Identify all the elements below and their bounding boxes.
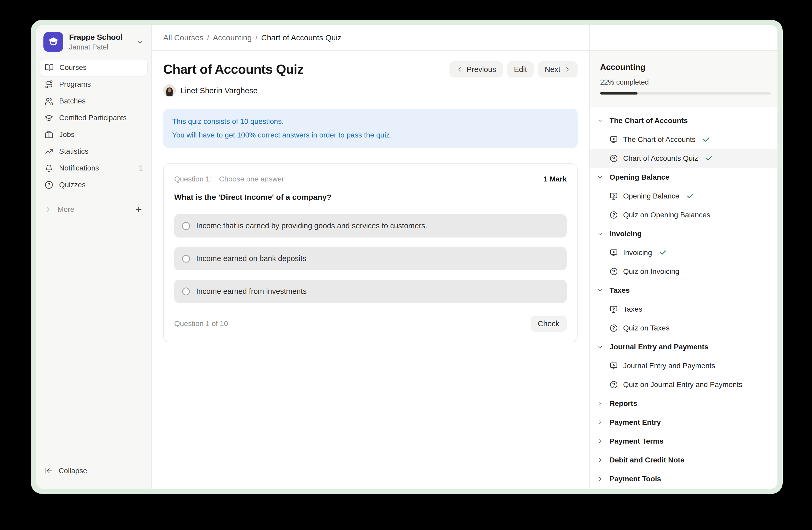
page-content: Chart of Accounts Quiz Previous Edit Nex… (152, 51, 589, 353)
chapter-title: Invoicing (610, 229, 642, 238)
sidebar-item-courses[interactable]: Courses (40, 59, 147, 76)
chevron-right-icon (597, 476, 603, 482)
chapter-taxes[interactable]: Taxes (590, 281, 778, 300)
help-circle-icon (610, 211, 618, 219)
chapter-invoicing[interactable]: Invoicing (590, 224, 778, 243)
check-icon (659, 249, 667, 256)
workspace-switcher[interactable]: Frappe School Jannat Patel (40, 32, 147, 52)
lesson-title: Quiz on Taxes (623, 324, 669, 332)
breadcrumb-item-3: Chart of Accounts Quiz (261, 33, 342, 42)
sidebar-item-label: Courses (59, 64, 87, 72)
chapter-title: Payment Tools (610, 475, 661, 483)
answer-option-1[interactable]: Income that is earned by providing goods… (174, 214, 567, 237)
radio-button[interactable] (182, 288, 190, 295)
page-title: Chart of Accounts Quiz (163, 62, 303, 77)
chevron-right-icon (597, 400, 603, 407)
briefcase-icon (44, 130, 53, 139)
check-icon (705, 154, 713, 162)
chevron-right-icon (597, 419, 603, 426)
help-circle-icon (610, 154, 618, 163)
answer-option-2[interactable]: Income earned on bank deposits (174, 247, 567, 270)
sidebar-spacer (40, 218, 147, 462)
app-window-frame: Frappe School Jannat Patel CoursesProgra… (31, 20, 783, 494)
lesson-quiz-on-opening-balances[interactable]: Quiz on Opening Balances (590, 206, 778, 224)
sidebar-nav: CoursesProgramsBatchesCertified Particip… (40, 59, 147, 193)
lesson-journal-entry-and-payments[interactable]: Journal Entry and Payments (590, 357, 778, 375)
chevron-down-icon (597, 287, 603, 294)
breadcrumb: All Courses/Accounting/Chart of Accounts… (163, 33, 342, 42)
chevron-right-icon (564, 66, 571, 73)
answer-option-label: Income earned on bank deposits (196, 254, 306, 263)
edit-label: Edit (514, 65, 527, 74)
author-photo (164, 85, 175, 96)
check-icon (702, 136, 710, 143)
lesson-invoicing[interactable]: Invoicing (590, 243, 778, 262)
next-button[interactable]: Next (538, 61, 578, 78)
chapter-the-chart-of-accounts[interactable]: The Chart of Accounts (590, 111, 778, 130)
sidebar-item-notifications[interactable]: Notifications1 (40, 160, 147, 177)
progress-label: 22% completed (600, 78, 767, 86)
plus-icon[interactable] (134, 205, 143, 214)
previous-button[interactable]: Previous (449, 61, 503, 78)
breadcrumb-separator: / (255, 33, 257, 42)
radio-button[interactable] (182, 222, 190, 230)
answer-option-3[interactable]: Income earned from investments (174, 280, 567, 303)
trending-up-icon (44, 147, 53, 156)
more-label: More (58, 205, 74, 214)
sidebar-item-batches[interactable]: Batches (40, 93, 147, 110)
check-button[interactable]: Check (531, 316, 567, 332)
lesson-quiz-on-journal-entry-and-payments[interactable]: Quiz on Journal Entry and Payments (590, 375, 778, 394)
sidebar-item-label: Quizzes (59, 181, 86, 189)
sidebar-item-quizzes[interactable]: Quizzes (40, 177, 147, 193)
left-sidebar: Frappe School Jannat Patel CoursesProgra… (36, 25, 152, 489)
lesson-title: Quiz on Journal Entry and Payments (623, 380, 742, 389)
book-open-icon (45, 63, 54, 72)
chapter-debit-and-credit-note[interactable]: Debit and Credit Note (590, 451, 778, 470)
sidebar-item-certified-participants[interactable]: Certified Participants (40, 110, 147, 126)
lesson-quiz-on-taxes[interactable]: Quiz on Taxes (590, 319, 778, 337)
chapter-reports[interactable]: Reports (590, 394, 778, 413)
breadcrumb-band: All Courses/Accounting/Chart of Accounts… (152, 25, 589, 51)
workspace-user: Jannat Patel (69, 43, 122, 51)
chapter-journal-entry-and-payments[interactable]: Journal Entry and Payments (590, 337, 778, 357)
lesson-title: Opening Balance (623, 192, 679, 200)
sidebar-item-more[interactable]: More (40, 201, 147, 218)
lesson-title: Invoicing (623, 249, 652, 257)
monitor-play-icon (610, 249, 618, 257)
answer-options: Income that is earned by providing goods… (174, 214, 567, 303)
outline-list: The Chart of AccountsThe Chart of Accoun… (590, 107, 778, 489)
lesson-quiz-on-invoicing[interactable]: Quiz on Invoicing (590, 262, 778, 281)
sidebar-item-label: Batches (59, 97, 86, 105)
chapter-opening-balance[interactable]: Opening Balance (590, 168, 778, 187)
breadcrumb-separator: / (207, 33, 209, 42)
question-text: What is the 'Direct Income' of a company… (174, 193, 567, 201)
breadcrumb-item-2[interactable]: Accounting (213, 33, 252, 42)
lesson-opening-balance[interactable]: Opening Balance (590, 187, 778, 206)
chevron-right-icon (597, 457, 603, 463)
chapter-payment-entry[interactable]: Payment Entry (590, 413, 778, 432)
chapter-payment-terms[interactable]: Payment Terms (590, 432, 778, 451)
breadcrumb-item-1[interactable]: All Courses (163, 33, 203, 42)
sidebar-item-statistics[interactable]: Statistics (40, 143, 147, 160)
question-instruction: Choose one answer (219, 175, 284, 183)
sidebar-item-jobs[interactable]: Jobs (40, 126, 147, 143)
radio-button[interactable] (182, 255, 190, 263)
edit-button[interactable]: Edit (507, 61, 534, 78)
graduation-cap-icon (44, 113, 53, 122)
help-circle-icon (610, 380, 618, 389)
lesson-title: The Chart of Accounts (623, 135, 696, 144)
chapter-title: Debit and Credit Note (610, 456, 684, 464)
chapter-payment-tools[interactable]: Payment Tools (590, 470, 778, 488)
lesson-chart-of-accounts-quiz[interactable]: Chart of Accounts Quiz (590, 149, 778, 168)
progress-bar-fill (600, 92, 638, 95)
chapter-title: Reports (610, 399, 637, 408)
lesson-the-chart-of-accounts[interactable]: The Chart of Accounts (590, 130, 778, 149)
collapse-sidebar-button[interactable]: Collapse (40, 462, 147, 479)
quiz-notice: This quiz consists of 10 questions. You … (163, 109, 578, 148)
workspace-name: Frappe School (69, 33, 122, 42)
chevron-down-icon[interactable] (136, 38, 144, 46)
lesson-title: Journal Entry and Payments (623, 362, 715, 370)
sidebar-item-programs[interactable]: Programs (40, 76, 147, 93)
page-actions: Previous Edit Next (449, 61, 578, 78)
lesson-taxes[interactable]: Taxes (590, 300, 778, 319)
